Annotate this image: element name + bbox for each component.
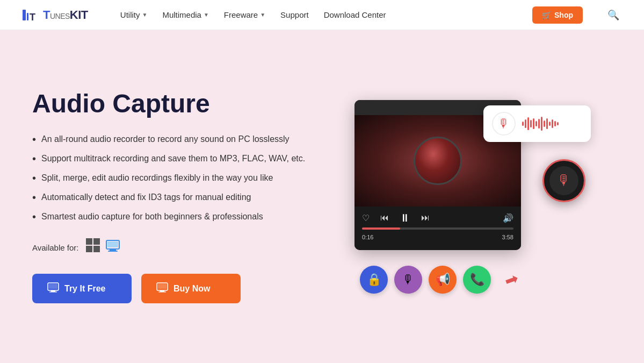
buy-icon: [156, 281, 168, 296]
player-controls: ♡ ⏮ ⏸ ⏭ 🔊 0:16 3:58: [354, 207, 521, 250]
player-buttons: ♡ ⏮ ⏸ ⏭ 🔊: [362, 212, 513, 224]
next-icon[interactable]: ⏭: [421, 213, 430, 223]
list-item: • Support multitrack recording and save …: [32, 152, 333, 165]
svg-rect-0: [23, 10, 26, 20]
nav-support[interactable]: Support: [274, 7, 315, 23]
app-icons-row: 🔒 🎙 📢 📞 ➡: [360, 266, 525, 294]
logo-text: TUNESKIT: [43, 8, 88, 22]
svg-rect-14: [49, 284, 57, 289]
mac-icon: [105, 238, 120, 257]
right-column: ─ □ ✕ ♡ ⏮ ⏸ ⏭ 🔊: [354, 95, 585, 299]
mic-popup: 🎙: [483, 105, 591, 142]
bullet-icon: •: [32, 210, 36, 223]
page-title: Audio Capture: [32, 90, 333, 118]
player-time: 0:16 3:58: [362, 234, 513, 240]
svg-rect-9: [108, 251, 118, 252]
features-list: • An all-round audio recorder to record …: [32, 133, 333, 223]
list-item: • Split, merge, edit audio recordings fl…: [32, 172, 333, 184]
search-button[interactable]: 🔍: [604, 6, 623, 24]
available-for: Available for:: [32, 238, 333, 257]
main-content: Audio Capture • An all-round audio recor…: [0, 30, 644, 363]
nav-download-center[interactable]: Download Center: [317, 7, 393, 23]
shop-button[interactable]: 🛒 Shop: [532, 6, 583, 24]
prev-icon[interactable]: ⏮: [380, 213, 389, 223]
volume-icon[interactable]: 🔊: [503, 213, 513, 223]
svg-rect-18: [158, 284, 167, 289]
heart-icon[interactable]: ♡: [362, 213, 370, 223]
app-icon-lock: 🔒: [360, 266, 388, 294]
list-item: • Automatically detect and fix ID3 tags …: [32, 191, 333, 204]
svg-rect-10: [107, 241, 118, 247]
svg-rect-17: [158, 291, 166, 293]
windows-icon: [86, 238, 100, 257]
record-button[interactable]: 🎙: [542, 159, 585, 202]
svg-rect-16: [160, 290, 164, 291]
buy-now-button[interactable]: Buy Now: [141, 274, 241, 303]
app-icon-speaker: 📢: [429, 266, 457, 294]
platform-icons: [86, 238, 120, 257]
cta-buttons: Try It Free Buy Now: [32, 274, 333, 303]
svg-rect-12: [51, 290, 55, 291]
multimedia-arrow-icon: ▼: [204, 12, 209, 18]
arrow-icon: ➡: [497, 266, 525, 294]
bullet-icon: •: [32, 191, 36, 204]
bullet-icon: •: [32, 172, 36, 184]
album-circle: [414, 137, 462, 185]
app-icon-phone: 📞: [463, 266, 491, 294]
pause-icon[interactable]: ⏸: [400, 212, 410, 224]
nav-multimedia[interactable]: Multimedia ▼: [156, 7, 215, 23]
record-inner: 🎙: [549, 166, 578, 195]
main-nav: Utility ▼ Multimedia ▼ Freeware ▼ Suppor…: [114, 7, 515, 23]
logo-icon: T: [21, 5, 41, 25]
svg-rect-4: [93, 238, 100, 245]
try-free-button[interactable]: Try It Free: [32, 274, 132, 303]
header: T TUNESKIT Utility ▼ Multimedia ▼ Freewa…: [0, 0, 644, 30]
svg-rect-6: [93, 246, 100, 252]
svg-rect-5: [86, 246, 92, 252]
mic-icon: 🎙: [492, 112, 516, 136]
progress-bar: [362, 227, 513, 230]
app-icon-podcast: 🎙: [394, 266, 422, 294]
svg-text:T: T: [30, 12, 35, 23]
nav-utility[interactable]: Utility ▼: [114, 7, 154, 23]
svg-rect-13: [49, 291, 57, 293]
list-item: • An all-round audio recorder to record …: [32, 133, 333, 146]
svg-rect-1: [27, 13, 28, 20]
search-icon: 🔍: [607, 10, 619, 20]
waveform: [522, 117, 582, 131]
progress-fill: [362, 227, 400, 230]
left-column: Audio Capture • An all-round audio recor…: [32, 90, 333, 304]
bullet-icon: •: [32, 133, 36, 146]
nav-freeware[interactable]: Freeware ▼: [218, 7, 272, 23]
svg-rect-8: [110, 249, 116, 251]
utility-arrow-icon: ▼: [142, 12, 147, 18]
svg-rect-3: [86, 238, 92, 245]
freeware-arrow-icon: ▼: [260, 12, 265, 18]
cart-icon: 🛒: [542, 11, 551, 19]
try-icon: [47, 281, 59, 296]
bullet-icon: •: [32, 152, 36, 165]
logo[interactable]: T TUNESKIT: [21, 5, 88, 25]
list-item: • Smartest audio capture for both beginn…: [32, 210, 333, 223]
